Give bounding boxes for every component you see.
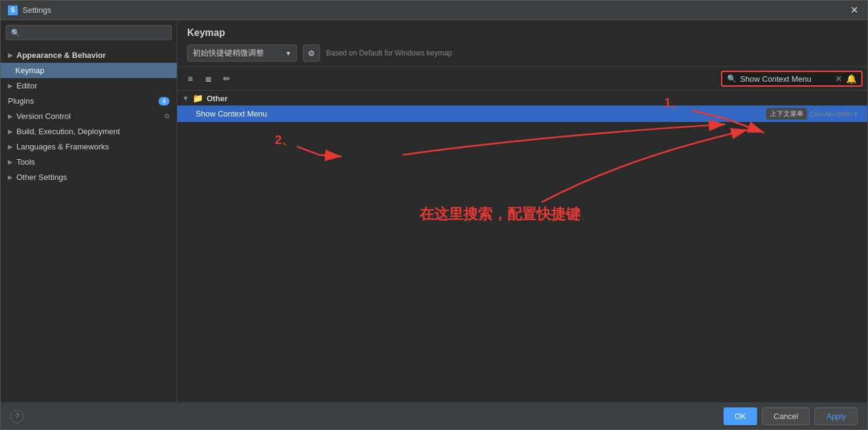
sidebar-search-input[interactable]: [24, 28, 166, 37]
sidebar-search-box[interactable]: 🔍: [5, 25, 172, 40]
svg-text:2、: 2、: [275, 133, 294, 146]
keymap-dropdown[interactable]: 初始快捷键稍微调整 ▼: [187, 45, 297, 62]
group-label: Other: [207, 94, 228, 103]
sidebar-item-version-control[interactable]: ▶ Version Control ⧉: [1, 109, 177, 124]
arrow-icon: ▶: [8, 128, 13, 135]
plugins-badge: 4: [158, 97, 169, 106]
folder-icon: 📁: [193, 93, 203, 103]
sidebar-item-editor[interactable]: ▶ Editor: [1, 78, 177, 93]
arrow-icon: ▶: [8, 82, 13, 89]
bottom-bar: ? OK Cancel Apply: [1, 403, 867, 429]
collapse-all-button[interactable]: ≡: [182, 71, 198, 87]
arrow-icon: ▶: [8, 159, 13, 165]
panel-title: Keymap: [187, 27, 858, 38]
toolbar: ≡ ≣ ✏ 🔍 Show Context Menu ✕ 🔔: [177, 67, 867, 91]
expand-all-button[interactable]: ≣: [201, 71, 216, 87]
content-area: ▼ 📁 Other Show Context Menu 上下文菜单 Ctrl+A…: [177, 91, 867, 403]
window-title: Settings: [23, 5, 51, 15]
svg-text:在这里搜索，配置快捷键: 在这里搜索，配置快捷键: [419, 206, 581, 222]
clear-search-button[interactable]: ✕: [835, 74, 842, 84]
annotation-overlay: 1、 2、 在这里搜索，配置快捷键: [177, 91, 867, 403]
bell-icon: 🔔: [846, 74, 856, 84]
keymap-controls: 初始快捷键稍微调整 ▼ ⚙ Based on Default for Windo…: [187, 45, 858, 62]
copy-icon: ⧉: [165, 112, 169, 120]
arrow-icon: ▶: [8, 143, 13, 150]
apply-button[interactable]: Apply: [814, 407, 858, 425]
sidebar-item-build[interactable]: ▶ Build, Execution, Deployment: [1, 124, 177, 139]
tree-row[interactable]: Show Context Menu 上下文菜单 Ctrl+Alt+Shift+Y: [177, 106, 867, 122]
help-button[interactable]: ?: [10, 410, 24, 423]
action-name: Show Context Menu: [196, 109, 766, 118]
sidebar-item-tools[interactable]: ▶ Tools: [1, 154, 177, 170]
shortcut-label: 上下文菜单: [766, 108, 807, 120]
cancel-button[interactable]: Cancel: [762, 407, 809, 425]
main-content: 🔍 ▶ Appearance & Behavior Keymap ▶ Edito…: [1, 20, 867, 403]
bottom-buttons: OK Cancel Apply: [724, 407, 858, 425]
shortcut-keys: Ctrl+Alt+Shift+Y: [809, 110, 858, 118]
search-icon: 🔍: [727, 74, 736, 83]
sidebar: 🔍 ▶ Appearance & Behavior Keymap ▶ Edito…: [1, 20, 177, 403]
group-arrow-icon: ▼: [182, 95, 189, 102]
close-button[interactable]: ✕: [850, 5, 860, 15]
title-bar: S Settings ✕: [1, 1, 867, 20]
gear-button[interactable]: ⚙: [303, 45, 320, 62]
based-on-text: Based on Default for Windows keymap: [326, 49, 452, 57]
app-icon: S: [8, 5, 18, 15]
settings-window: S Settings ✕ 🔍 ▶ Appearance & Behavior K…: [0, 0, 868, 430]
right-panel: Keymap 初始快捷键稍微调整 ▼ ⚙ Based on Default fo…: [177, 20, 867, 403]
tree-group-other: ▼ 📁 Other: [177, 91, 867, 106]
panel-header: Keymap 初始快捷键稍微调整 ▼ ⚙ Based on Default fo…: [177, 20, 867, 67]
sidebar-search-icon: 🔍: [11, 29, 20, 37]
nav-items: ▶ Appearance & Behavior Keymap ▶ Editor …: [1, 45, 177, 403]
sidebar-item-keymap[interactable]: Keymap: [1, 63, 177, 78]
sidebar-item-plugins[interactable]: Plugins 4: [1, 93, 177, 109]
arrow-icon: ▶: [8, 52, 13, 59]
sidebar-item-languages[interactable]: ▶ Languages & Frameworks: [1, 139, 177, 154]
search-input[interactable]: Show Context Menu: [740, 74, 831, 84]
chevron-down-icon: ▼: [285, 50, 291, 57]
annotation-svg: 1、 2、 在这里搜索，配置快捷键: [177, 91, 867, 403]
ok-button[interactable]: OK: [724, 407, 757, 425]
arrow-icon: ▶: [8, 174, 13, 181]
sidebar-item-other-settings[interactable]: ▶ Other Settings: [1, 170, 177, 185]
arrow-icon: ▶: [8, 113, 13, 120]
sidebar-item-appearance[interactable]: ▶ Appearance & Behavior: [1, 48, 177, 63]
search-field[interactable]: 🔍 Show Context Menu ✕ 🔔: [721, 71, 863, 87]
edit-button[interactable]: ✏: [219, 71, 235, 87]
